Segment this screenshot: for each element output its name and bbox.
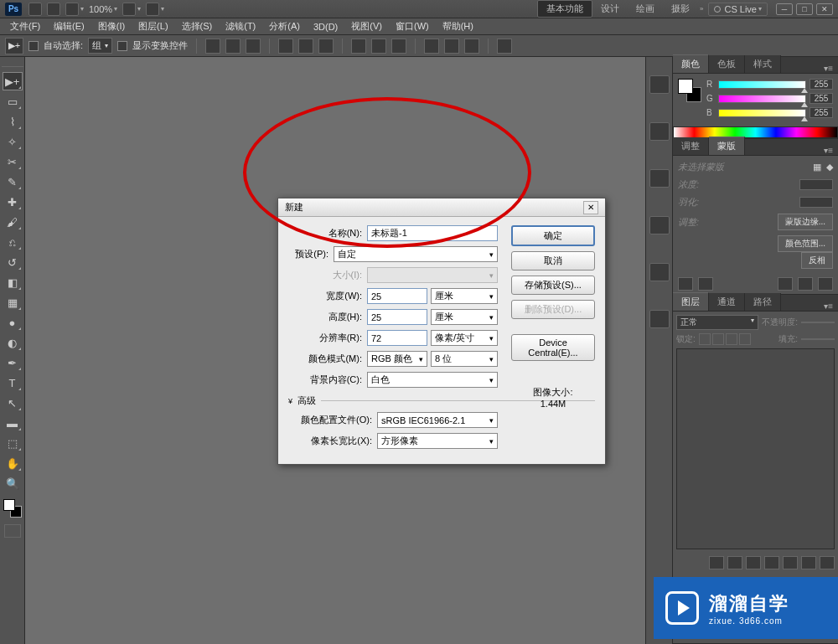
menu-view[interactable]: 视图(V) [344,20,389,33]
width-input[interactable] [367,288,427,304]
menu-filter[interactable]: 滤镜(T) [219,20,262,33]
align-icon-1[interactable] [205,39,220,54]
titlebar-icon-5[interactable]: ▾ [146,3,164,16]
opacity-value[interactable] [801,322,835,323]
tab-paths[interactable]: 路径 [745,293,781,311]
panel-color-swatch[interactable] [678,79,701,102]
align-icon-4[interactable] [278,39,293,54]
distribute-icon-5[interactable] [444,39,459,54]
menu-edit[interactable]: 编辑(E) [47,20,91,33]
dock-icon-4[interactable] [649,216,670,234]
gradient-tool[interactable]: ▦ [3,293,23,312]
layers-panel-menu-icon[interactable]: ▾≡ [819,301,838,311]
color-panel-menu-icon[interactable]: ▾≡ [819,64,838,73]
tab-channels[interactable]: 通道 [709,293,745,311]
dock-icon-3[interactable] [649,169,670,188]
device-central-button[interactable]: Device Central(E)... [511,334,595,361]
advanced-chevron-icon[interactable]: ¥ [288,397,292,405]
maskedge-button[interactable]: 蒙版边缘... [778,214,833,230]
mask-panel-menu-icon[interactable]: ▾≡ [819,146,838,155]
color-spectrum[interactable] [673,126,838,138]
lock-pixels-icon[interactable] [712,333,724,345]
colorrange-button[interactable]: 颜色范围... [778,235,833,252]
width-unit-dropdown[interactable]: 厘米 [431,288,498,304]
tab-layers[interactable]: 图层 [673,292,709,311]
titlebar-icon-1[interactable] [28,3,42,16]
tab-swatches[interactable]: 色板 [709,55,745,73]
layer-list[interactable] [676,348,835,549]
trash-icon[interactable] [820,556,835,569]
r-slider[interactable] [718,80,806,89]
titlebar-icon-3[interactable]: ▾ [65,3,84,16]
dialog-close-button[interactable]: ✕ [583,201,598,214]
cancel-button[interactable]: 取消 [511,251,595,270]
eraser-tool[interactable]: ◧ [3,273,23,291]
link-layers-icon[interactable] [709,556,724,569]
align-icon-2[interactable] [225,39,241,54]
dock-icon-1[interactable] [649,75,670,94]
dock-icon-5[interactable] [649,263,670,281]
window-minimize-button[interactable]: ─ [776,3,793,15]
distribute-icon-4[interactable] [424,39,439,54]
name-input[interactable] [367,225,498,241]
group-icon[interactable] [783,556,798,569]
adjustment-layer-icon[interactable] [764,556,779,569]
g-slider[interactable] [718,95,806,103]
preset-dropdown[interactable]: 自定 [334,246,498,262]
menu-help[interactable]: 帮助(H) [436,20,480,33]
mask-pixel-icon[interactable]: ▦ [813,162,821,173]
resolution-input[interactable] [367,330,427,346]
path-tool[interactable]: ↖ [3,394,23,412]
workspace-more-icon[interactable]: » [700,5,703,13]
b-slider[interactable] [718,109,806,117]
blur-tool[interactable]: ● [3,313,23,332]
mask-foot-icon-5[interactable] [818,277,833,291]
menu-window[interactable]: 窗口(W) [389,20,436,33]
resolution-unit-dropdown[interactable]: 像素/英寸 [431,330,498,346]
lock-all-icon[interactable] [739,333,751,345]
zoom-tool[interactable]: 🔍 [3,474,23,492]
workspace-design[interactable]: 设计 [592,1,628,17]
distribute-icon-6[interactable] [464,39,479,54]
aspect-dropdown[interactable]: 方形像素 [377,433,498,449]
3d-tool[interactable]: ⬚ [3,434,23,452]
menu-select[interactable]: 选择(S) [175,20,220,33]
align-icon-5[interactable] [298,39,313,54]
arrange-icon[interactable] [497,39,512,54]
blendmode-dropdown[interactable]: 正常 [676,315,758,330]
history-brush-tool[interactable]: ↺ [3,253,23,271]
shape-tool[interactable]: ▬ [3,414,23,432]
layer-fx-icon[interactable] [727,556,742,569]
menu-image[interactable]: 图像(I) [91,20,132,33]
tab-adjustments[interactable]: 调整 [673,137,709,155]
crop-tool[interactable]: ✂ [3,152,23,171]
new-layer-icon[interactable] [801,556,816,569]
heal-tool[interactable]: ✚ [3,193,23,211]
dock-icon-2[interactable] [649,122,670,141]
bitdepth-dropdown[interactable]: 8 位 [431,351,498,367]
workspace-paint[interactable]: 绘画 [628,1,663,17]
marquee-tool[interactable]: ▭ [3,92,23,111]
cslive-button[interactable]: CS Live▾ [708,3,768,16]
mask-foot-icon-4[interactable] [798,277,813,291]
stamp-tool[interactable]: ⎌ [3,233,23,251]
type-tool[interactable]: T [3,374,23,392]
eyedropper-tool[interactable]: ✎ [3,173,23,191]
mask-foot-icon-2[interactable] [698,277,713,291]
zoom-level[interactable]: 100%▾ [89,4,117,14]
height-input[interactable] [367,309,427,325]
quickmask-toggle[interactable] [4,524,21,538]
background-dropdown[interactable]: 白色 [367,372,498,388]
lasso-tool[interactable]: ⌇ [3,112,23,131]
hand-tool[interactable]: ✋ [3,454,23,472]
mask-foot-icon-3[interactable] [778,277,793,291]
align-icon-6[interactable] [318,39,334,54]
current-tool-icon[interactable]: ▶+ [5,38,23,54]
tab-styles[interactable]: 样式 [745,55,781,73]
r-value[interactable]: 255 [810,79,833,90]
pen-tool[interactable]: ✒ [3,353,23,372]
dialog-titlebar[interactable]: 新建 ✕ [278,198,605,217]
move-tool[interactable]: ▶+ [3,72,23,90]
height-unit-dropdown[interactable]: 厘米 [431,309,498,325]
align-icon-3[interactable] [246,39,261,54]
